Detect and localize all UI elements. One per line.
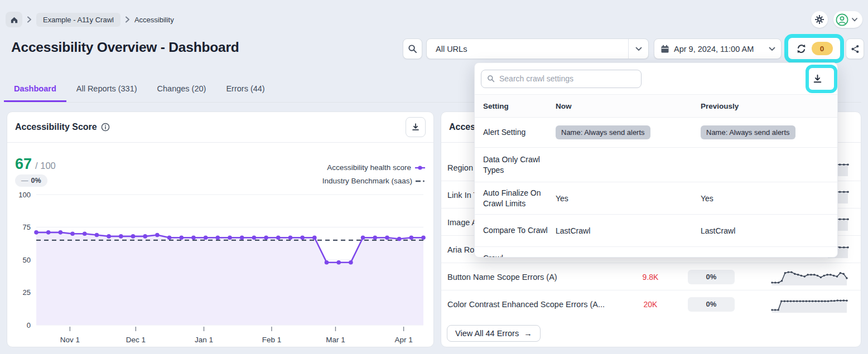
gear-icon xyxy=(815,15,824,24)
breadcrumb-chevron-icon xyxy=(27,16,32,23)
error-row-label: Color Contrast Enhanced Scope Errors (A.… xyxy=(441,300,605,309)
svg-text:Dec 1: Dec 1 xyxy=(126,336,146,344)
error-change-badge: 0% xyxy=(688,270,735,284)
home-button[interactable] xyxy=(6,12,22,27)
error-row-label: Aria Rol xyxy=(441,245,476,254)
crawl-settings-changes-button[interactable]: 0 xyxy=(796,42,833,55)
settings-button[interactable] xyxy=(811,11,828,28)
chevron-down-icon xyxy=(628,39,648,59)
crawl-date-value: Apr 9, 2024, 11:00 AM xyxy=(674,45,764,54)
setting-name: Auto Finalize On Crawl Limits xyxy=(483,188,556,209)
error-count: 9.8K xyxy=(625,273,676,282)
popup-toolbar xyxy=(475,63,837,95)
account-menu[interactable] xyxy=(833,11,862,28)
view-all-errors-button[interactable]: View All 44 Errors → xyxy=(447,325,541,342)
col-now: Now xyxy=(556,102,701,110)
setting-prev-badge: Name: Always send alerts xyxy=(701,125,795,139)
svg-text:Mar 1: Mar 1 xyxy=(326,336,345,344)
top-actions xyxy=(811,11,862,28)
legend-health-score-label: Accessibility health score xyxy=(327,163,411,172)
error-row-color-contrast[interactable]: Color Contrast Enhanced Scope Errors (A.… xyxy=(441,290,861,318)
svg-text:25: 25 xyxy=(23,288,31,297)
share-button[interactable] xyxy=(846,38,864,59)
refresh-highlight: 0 xyxy=(784,34,844,63)
breadcrumb-project[interactable]: Example - A11y Crawl xyxy=(36,13,120,27)
setting-row-auto-finalize: Auto Finalize On Crawl Limits Yes Yes xyxy=(475,182,837,215)
search-icon xyxy=(408,44,417,54)
accessibility-score-card: Accessibility Score 67 / 100 — 0% Access… xyxy=(7,111,434,347)
setting-row-compare-to: Compare To Crawl LastCrawl LastCrawl xyxy=(475,215,837,247)
download-settings-button[interactable] xyxy=(812,74,823,84)
page-title: Accessibility Overview - Dashboard xyxy=(11,40,239,55)
col-setting: Setting xyxy=(483,102,556,110)
purple-line-marker-icon xyxy=(414,165,426,171)
breadcrumb: Example - A11y Crawl Accessibility xyxy=(6,12,174,27)
error-change-badge: 0% xyxy=(688,297,735,312)
dashed-line-marker-icon xyxy=(416,179,426,183)
url-scope-value: All URLs xyxy=(427,45,628,54)
download-icon xyxy=(411,123,420,132)
changes-count-badge: 0 xyxy=(812,42,833,55)
tab-errors[interactable]: Errors (44) xyxy=(216,77,274,102)
svg-text:0: 0 xyxy=(27,321,31,329)
chevron-down-icon xyxy=(852,18,857,22)
delta-value: 0% xyxy=(31,177,41,185)
setting-row-crawl: Crawl xyxy=(475,247,837,258)
search-button[interactable] xyxy=(403,38,422,59)
url-scope-select[interactable]: All URLs xyxy=(426,38,649,59)
chart-legend: Accessibility health score Industry Benc… xyxy=(322,163,426,190)
settings-table-header: Setting Now Previously xyxy=(475,95,837,118)
tab-dashboard[interactable]: Dashboard xyxy=(4,77,66,102)
view-all-errors-label: View All 44 Errors xyxy=(455,329,519,338)
crawl-settings-search[interactable] xyxy=(481,70,642,88)
download-icon xyxy=(812,74,823,84)
tab-changes[interactable]: Changes (20) xyxy=(147,77,216,102)
setting-row-alert: Alert Setting Name: Always send alerts N… xyxy=(475,118,837,148)
setting-name: Crawl xyxy=(483,253,556,258)
svg-text:Nov 1: Nov 1 xyxy=(60,336,80,344)
error-row-label: Image A xyxy=(441,218,477,227)
error-count: 20K xyxy=(625,300,676,309)
chevron-down-icon xyxy=(769,47,775,51)
calendar-icon xyxy=(660,45,669,54)
legend-health-score[interactable]: Accessibility health score xyxy=(322,163,426,172)
setting-name: Compare To Crawl xyxy=(483,225,556,236)
setting-now: Yes xyxy=(556,194,701,203)
svg-text:Feb 1: Feb 1 xyxy=(262,336,282,344)
crawl-settings-popup: Setting Now Previously Alert Setting Nam… xyxy=(474,62,838,258)
setting-name: Data Only Crawl Types xyxy=(483,154,556,176)
crawl-settings-search-input[interactable] xyxy=(499,74,635,83)
error-row-button-name[interactable]: Button Name Scope Errors (A) 9.8K 0% xyxy=(441,263,861,290)
score-card-title-wrap: Accessibility Score xyxy=(15,122,110,132)
score-delta-badge: — 0% xyxy=(15,174,47,187)
share-icon xyxy=(851,45,860,54)
svg-text:Jan 1: Jan 1 xyxy=(195,336,213,344)
breadcrumb-section: Accessibility xyxy=(134,16,174,24)
crawl-date-select[interactable]: Apr 9, 2024, 11:00 AM xyxy=(654,38,782,59)
top-bar: Example - A11y Crawl Accessibility xyxy=(6,8,862,31)
svg-text:75: 75 xyxy=(23,223,31,231)
home-icon xyxy=(10,16,18,24)
setting-row-data-only: Data Only Crawl Types xyxy=(475,148,837,182)
user-icon xyxy=(836,13,848,26)
legend-benchmark-label: Industry Benchmark (saas) xyxy=(322,177,412,185)
setting-prev: LastCrawl xyxy=(701,226,837,235)
download-chart-button[interactable] xyxy=(406,117,426,137)
svg-text:50: 50 xyxy=(23,256,31,264)
search-icon xyxy=(487,75,495,83)
tab-all-reports[interactable]: All Reports (331) xyxy=(66,77,147,102)
legend-benchmark[interactable]: Industry Benchmark (saas) xyxy=(322,177,426,185)
sync-icon xyxy=(796,43,807,54)
setting-prev: Yes xyxy=(701,194,837,203)
sparkline xyxy=(770,267,848,286)
setting-name: Alert Setting xyxy=(483,127,556,138)
info-icon[interactable] xyxy=(101,123,110,132)
breadcrumb-chevron-icon xyxy=(125,16,130,23)
svg-text:100: 100 xyxy=(18,191,31,199)
delta-dash: — xyxy=(21,177,28,185)
error-row-label: Link In T xyxy=(441,191,478,200)
accessibility-score-chart: 0255075100Nov 1Dec 1Jan 1Feb 1Mar 1Apr 1 xyxy=(11,188,430,344)
avatar xyxy=(836,13,848,26)
score-max: / 100 xyxy=(35,161,56,171)
setting-now-badge: Name: Always send alerts xyxy=(556,125,650,139)
